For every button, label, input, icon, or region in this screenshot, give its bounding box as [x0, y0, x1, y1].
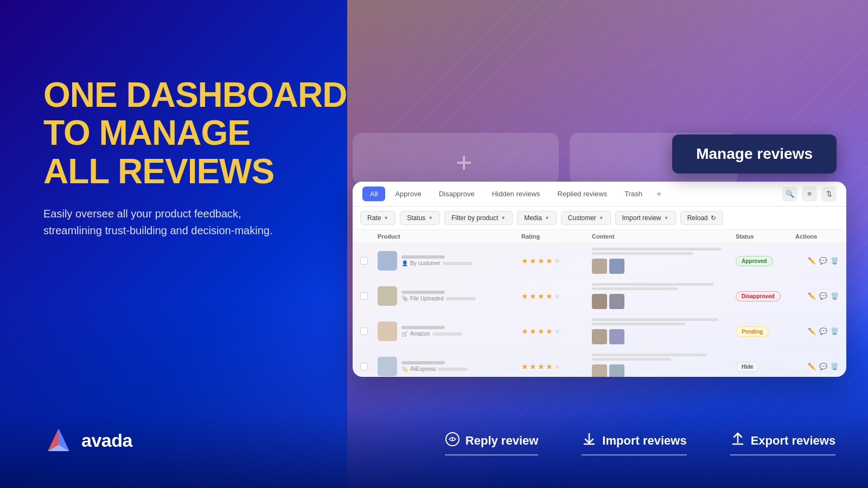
tab-approve[interactable]: Approve: [387, 187, 429, 201]
filter-icon[interactable]: ≡: [802, 187, 817, 202]
media-thumb-1: [592, 259, 607, 274]
source-bar: [446, 297, 476, 300]
actions-cell: ✏️ 💬 🗑️: [795, 363, 839, 370]
product-thumbnail: [378, 251, 397, 271]
star-3: ★: [538, 327, 545, 336]
status-filter[interactable]: Status ▼: [400, 211, 440, 225]
reply-icon[interactable]: 💬: [819, 328, 827, 335]
rate-filter[interactable]: Rate ▼: [360, 211, 395, 225]
customer-chevron-icon: ▼: [599, 215, 604, 221]
filter-by-product-filter[interactable]: Filter by product ▼: [444, 211, 513, 225]
product-cell: 📎 File Uploaded: [378, 286, 521, 306]
product-name-bar: [401, 291, 445, 294]
hero-content: ONE DASHBOARD TO MANAGE ALL REVIEWS Easi…: [43, 76, 347, 239]
product-source: 📎 File Uploaded: [401, 296, 476, 301]
table-header: Product Rating Content Status Actions: [353, 230, 846, 243]
rating-stars: ★ ★ ★ ★ ★: [521, 292, 592, 300]
tab-all[interactable]: All: [362, 187, 385, 201]
product-cell: 👤 By customer: [378, 251, 521, 271]
hero-title: ONE DASHBOARD TO MANAGE ALL REVIEWS: [43, 76, 347, 190]
aliexpress-icon: 🏷️: [401, 366, 408, 372]
status-badge[interactable]: Pending: [736, 326, 769, 337]
delete-icon[interactable]: 🗑️: [831, 257, 839, 265]
row-checkbox[interactable]: [360, 292, 378, 300]
star-3: ★: [538, 292, 545, 300]
plus-decoration-icon: +: [456, 146, 472, 179]
tab-disapprove[interactable]: Disapprove: [431, 187, 482, 201]
tab-hidden-reviews[interactable]: Hidden reviews: [484, 187, 548, 201]
table-header-checkbox: [360, 233, 378, 240]
media-thumb-2: [609, 329, 624, 344]
delete-icon[interactable]: 🗑️: [831, 363, 839, 370]
star-5: ★: [554, 362, 561, 371]
export-reviews-button[interactable]: Export reviews: [730, 432, 836, 455]
product-info: 👤 By customer: [401, 255, 473, 266]
rate-chevron-icon: ▼: [384, 215, 388, 221]
product-source: 🏷️ AliExpress: [401, 366, 468, 372]
reply-review-label: Reply review: [465, 434, 539, 448]
status-cell: Approved: [736, 255, 795, 266]
status-cell: Disapproved: [736, 291, 795, 301]
media-thumb-2: [609, 259, 624, 274]
delete-icon[interactable]: 🗑️: [831, 328, 839, 335]
source-bar: [432, 332, 462, 336]
reply-icon[interactable]: 💬: [819, 363, 827, 370]
avada-logo: avada: [43, 425, 132, 455]
status-badge[interactable]: Approved: [736, 256, 773, 266]
content-line-1: [592, 354, 707, 356]
import-review-filter[interactable]: Import review ▼: [615, 211, 676, 225]
star-5: ★: [554, 327, 561, 336]
product-thumbnail: [378, 357, 397, 376]
status-badge[interactable]: Disapproved: [736, 291, 781, 301]
table-row: 🏷️ AliExpress ★ ★ ★ ★ ★ Hide ✏️: [353, 349, 846, 377]
media-thumb-1: [592, 364, 607, 377]
table-header-rating: Rating: [521, 233, 592, 240]
content-media: [592, 364, 736, 377]
star-4: ★: [546, 327, 553, 336]
product-info: 📎 File Uploaded: [401, 291, 476, 301]
star-4: ★: [546, 292, 553, 300]
row-checkbox[interactable]: [360, 363, 378, 370]
search-icon[interactable]: 🔍: [782, 187, 797, 202]
product-name-bar: [401, 326, 445, 329]
customer-filter[interactable]: Customer ▼: [561, 211, 611, 225]
rating-stars: ★ ★ ★ ★ ★: [521, 362, 592, 371]
edit-icon[interactable]: ✏️: [808, 257, 816, 265]
sort-icon[interactable]: ⇅: [821, 187, 837, 202]
delete-icon[interactable]: 🗑️: [831, 292, 839, 300]
content-line-2: [592, 287, 678, 290]
media-thumb-2: [609, 294, 624, 309]
reply-icon[interactable]: 💬: [819, 292, 827, 300]
tab-trash[interactable]: Trash: [617, 187, 650, 201]
media-filter[interactable]: Media ▼: [517, 211, 557, 225]
reload-button[interactable]: Reload ↻: [680, 211, 723, 225]
tab-replied-reviews[interactable]: Replied reviews: [550, 187, 615, 201]
media-chevron-icon: ▼: [545, 215, 550, 221]
manage-reviews-badge[interactable]: Manage reviews: [672, 134, 837, 174]
status-badge[interactable]: Hide: [736, 362, 760, 372]
actions-cell: ✏️ 💬 🗑️: [795, 292, 839, 300]
star-2: ★: [529, 327, 537, 336]
edit-icon[interactable]: ✏️: [808, 328, 816, 335]
import-reviews-button[interactable]: Import reviews: [582, 432, 686, 455]
content-media: [592, 329, 736, 344]
tab-add-icon[interactable]: +: [652, 187, 666, 201]
product-chevron-icon: ▼: [501, 215, 506, 221]
content-cell: [592, 283, 736, 309]
row-checkbox[interactable]: [360, 328, 378, 335]
content-line-1: [592, 318, 718, 321]
dashboard-panel: All Approve Disapprove Hidden reviews Re…: [353, 182, 846, 377]
amazon-icon: 🛒: [401, 331, 408, 337]
hero-subtitle: Easily oversee all your product feedback…: [43, 206, 282, 239]
edit-icon[interactable]: ✏️: [808, 363, 816, 370]
file-icon: 📎: [401, 296, 408, 301]
reply-review-button[interactable]: Reply review: [445, 432, 539, 455]
reply-review-icon: [445, 432, 460, 450]
product-thumbnail: [378, 286, 397, 306]
product-cell: 🛒 Amazon: [378, 322, 521, 341]
reply-icon[interactable]: 💬: [819, 257, 827, 265]
product-thumbnail: [378, 322, 397, 341]
edit-icon[interactable]: ✏️: [808, 292, 816, 300]
content-cell: [592, 318, 736, 344]
row-checkbox[interactable]: [360, 257, 378, 265]
